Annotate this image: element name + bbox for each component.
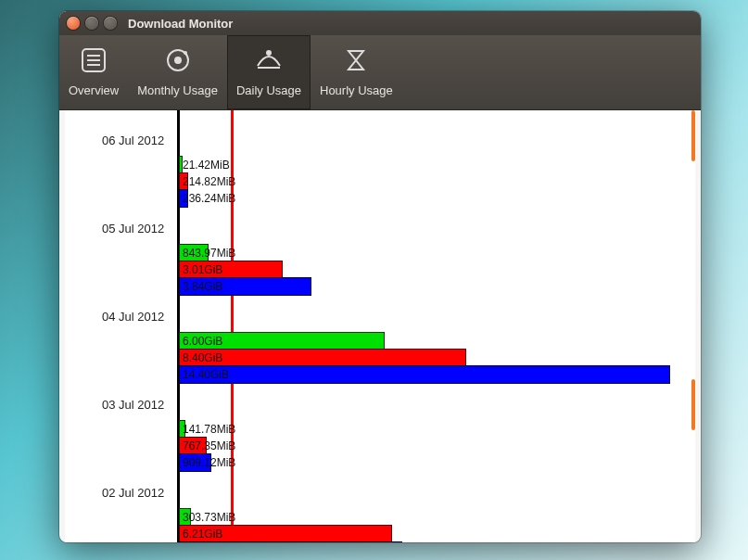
bar-value-label: 843.97MiB (183, 247, 235, 260)
monthly-icon (163, 45, 193, 78)
close-icon[interactable] (67, 17, 80, 30)
minimize-icon[interactable] (85, 17, 98, 30)
overview-icon (79, 45, 108, 78)
svg-point-6 (184, 51, 187, 55)
hourly-icon (341, 45, 371, 78)
bar-value-label: 236.24MiB (183, 192, 235, 205)
app-window: Download Monitor Overview Monthly Usage … (59, 11, 701, 542)
bar-value-label: 21.42MiB (183, 159, 230, 172)
tab-label: Overview (69, 83, 119, 97)
bar-value-label: 6.00GiB (183, 335, 222, 348)
bar-value-label: 3.84GiB (183, 280, 222, 293)
window-title: Download Monitor (128, 17, 233, 31)
day-label: 06 Jul 2012 (102, 134, 164, 147)
bar-value-label: 8.40GiB (183, 351, 222, 364)
bar-value-label: 214.82MiB (183, 175, 235, 188)
bar-value-label: 6.21GiB (183, 528, 222, 541)
day-label: 02 Jul 2012 (102, 486, 164, 500)
bar-green (180, 157, 182, 173)
bar-blue (180, 366, 669, 383)
day-label: 04 Jul 2012 (102, 310, 164, 324)
scroll-thumb[interactable] (691, 379, 695, 430)
svg-point-5 (174, 57, 182, 64)
bar-value-label: 141.78MiB (183, 423, 235, 436)
bar-value-label: 3.01GiB (183, 263, 222, 276)
daily-usage-chart: 06 Jul 201221.42MiB214.82MiB236.24MiB05 … (65, 110, 695, 542)
day-label: 05 Jul 2012 (102, 222, 164, 235)
tab-monthly-usage[interactable]: Monthly Usage (128, 35, 227, 109)
svg-point-7 (266, 50, 272, 56)
tab-daily-usage[interactable]: Daily Usage (227, 35, 311, 109)
tab-overview[interactable]: Overview (59, 35, 128, 109)
tab-label: Hourly Usage (320, 83, 393, 97)
bar-value-label: 767.35MiB (183, 439, 235, 452)
scrollbar[interactable] (691, 110, 695, 542)
scroll-thumb[interactable] (691, 110, 695, 161)
toolbar: Overview Monthly Usage Daily Usage Hourl… (59, 35, 701, 110)
day-label: 03 Jul 2012 (102, 398, 164, 412)
tab-label: Daily Usage (236, 83, 301, 97)
chart-area[interactable]: 06 Jul 201221.42MiB214.82MiB236.24MiB05 … (65, 110, 695, 542)
bar-value-label: 303.73MiB (183, 511, 235, 524)
titlebar[interactable]: Download Monitor (59, 11, 701, 35)
bar-value-label: 14.40GiB (183, 368, 229, 381)
tab-label: Monthly Usage (137, 83, 218, 97)
maximize-icon[interactable] (104, 17, 117, 30)
daily-icon (254, 45, 284, 78)
bar-value-label: 909.12MiB (183, 456, 235, 469)
tab-hourly-usage[interactable]: Hourly Usage (311, 35, 402, 109)
